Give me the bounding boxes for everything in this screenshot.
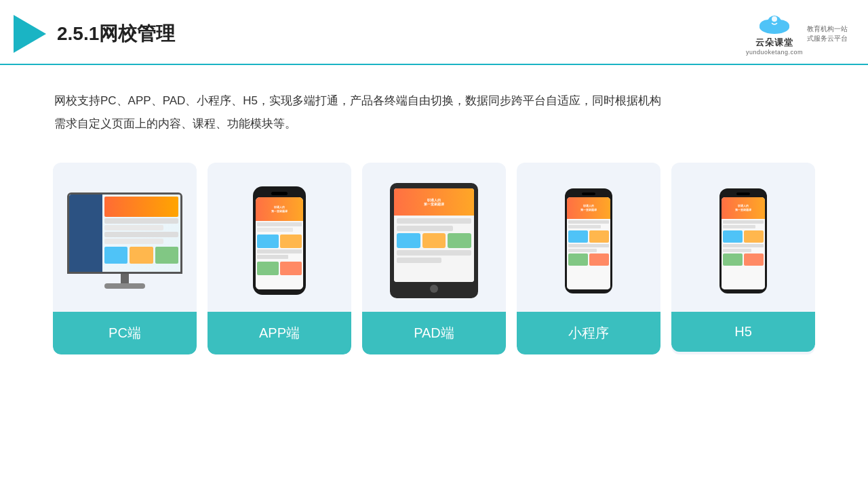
mini-content [567, 219, 610, 289]
h5-row4 [723, 249, 751, 252]
mini-banner: 职通人的第一堂刷题课 [567, 197, 610, 219]
mini-card2 [589, 230, 609, 243]
card-h5-image: 职通人的第一堂刷题课 [671, 163, 815, 312]
card-app: 职通人的第一堂刷题课 [208, 163, 351, 354]
monitor-base [104, 283, 145, 289]
monitor-screen [67, 192, 182, 274]
phone-card3 [257, 262, 279, 275]
card-pc-label: PC端 [53, 312, 197, 354]
card-h5: 职通人的第一堂刷题课 [671, 163, 815, 354]
tablet-screen: 职通人的第一堂刷题课 [394, 188, 474, 282]
h5-card4 [744, 253, 764, 266]
logo-tag2: 式服务云平台 [807, 34, 848, 43]
monitor-row3 [104, 232, 178, 237]
h5-row3 [723, 244, 764, 247]
pad-tablet: 职通人的第一堂刷题课 [390, 183, 478, 298]
card-pad-label: PAD端 [362, 312, 506, 354]
monitor-row1 [104, 218, 178, 224]
card-app-label: APP端 [208, 312, 351, 354]
mini-row3 [568, 244, 609, 247]
card-mini-image: 职通人的第一堂刷题课 [517, 163, 660, 312]
phone-cards2 [257, 262, 302, 275]
mini-banner-text: 职通人的第一堂刷题课 [580, 204, 597, 211]
card-h5-label: H5 [671, 312, 815, 352]
description-line1: 网校支持PC、APP、PAD、小程序、H5，实现多端打通，产品各终端自由切换，数… [54, 89, 814, 113]
tablet-card1 [397, 233, 420, 248]
monitor-banner [104, 197, 178, 217]
h5-screen: 职通人的第一堂刷题课 [722, 197, 765, 289]
monitor-neck [121, 274, 129, 283]
tablet-card2 [422, 233, 446, 248]
pc-monitor [64, 192, 186, 289]
phone-screen: 职通人的第一堂刷题课 [256, 197, 303, 289]
phone-banner-text: 职通人的第一堂刷题课 [271, 205, 288, 212]
mini-card3 [568, 253, 588, 266]
page-title: 2.5.1网校管理 [57, 21, 175, 47]
phone-card2 [280, 235, 302, 248]
tablet-content [394, 216, 474, 282]
monitor-inner [69, 195, 180, 272]
h5-card1 [723, 230, 743, 243]
card-pad: 职通人的第一堂刷题课 [362, 163, 506, 354]
mini-program-phone: 职通人的第一堂刷题课 [565, 188, 612, 293]
monitor-row2 [104, 225, 163, 230]
h5-banner: 职通人的第一堂刷题课 [722, 197, 765, 219]
monitor-content [102, 195, 180, 272]
h5-notch [736, 192, 750, 195]
h5-phone: 职通人的第一堂刷题课 [719, 188, 767, 293]
tablet-banner: 职通人的第一堂刷题课 [394, 188, 474, 216]
logo-sub: yunduoketang.com [746, 49, 803, 56]
tablet-banner-text: 职通人的第一堂刷题课 [424, 198, 444, 207]
logo-tag1: 教育机构一站 [807, 24, 848, 34]
card-app-image: 职通人的第一堂刷题课 [208, 163, 351, 312]
header: 2.5.1网校管理 云朵课堂 yunduoketang.com 教育机构一站 式… [0, 0, 868, 65]
phone-row3 [257, 249, 302, 253]
description-line2: 需求自定义页面上的内容、课程、功能模块等。 [54, 113, 814, 136]
h5-banner-text: 职通人的第一堂刷题课 [735, 204, 751, 211]
card-pc: PC端 [53, 163, 197, 354]
phone-banner: 职通人的第一堂刷题课 [256, 197, 303, 221]
header-left: 2.5.1网校管理 [14, 15, 175, 53]
h5-cards [723, 230, 764, 243]
phone-card4 [280, 262, 302, 275]
tablet-cards [397, 233, 471, 248]
mini-cards [568, 230, 609, 243]
logo-tagline: 教育机构一站 式服务云平台 [807, 24, 848, 43]
app-phone: 职通人的第一堂刷题课 [253, 186, 306, 295]
phone-notch [271, 192, 288, 195]
phone-cards [257, 235, 302, 248]
mini-screen: 职通人的第一堂刷题课 [567, 197, 610, 289]
tablet-card3 [448, 233, 471, 248]
logo-svg [754, 12, 795, 37]
mini-row1 [568, 220, 609, 224]
svg-point-4 [772, 16, 777, 22]
h5-card3 [723, 253, 743, 266]
h5-cards2 [723, 253, 764, 266]
phone-row4 [257, 255, 288, 259]
mini-row2 [568, 225, 601, 228]
phone-content [256, 221, 303, 289]
card-mini-program: 职通人的第一堂刷题课 [517, 163, 660, 354]
cards-container: PC端 职通人的第一堂刷题课 [0, 149, 868, 375]
h5-content [722, 219, 765, 289]
logo-text: 云朵课堂 [755, 37, 793, 49]
h5-card2 [744, 230, 764, 243]
tablet-home-btn [430, 285, 438, 293]
tablet-row3 [397, 250, 471, 256]
tablet-row1 [397, 218, 471, 224]
card-mini-label: 小程序 [517, 312, 660, 354]
tablet-row4 [397, 258, 441, 263]
mini-notch [582, 192, 595, 195]
h5-row1 [723, 220, 764, 224]
card-pc-image [53, 163, 197, 312]
play-icon [14, 15, 46, 53]
mini-cards2 [568, 253, 609, 266]
mini-card4 [589, 253, 609, 266]
tablet-row2 [397, 226, 453, 231]
card-pad-image: 职通人的第一堂刷题课 [362, 163, 506, 312]
h5-row2 [723, 225, 755, 228]
phone-card1 [257, 235, 279, 248]
logo-cloud: 云朵课堂 yunduoketang.com [746, 12, 803, 56]
logo-area: 云朵课堂 yunduoketang.com 教育机构一站 式服务云平台 [746, 12, 848, 56]
monitor-sidebar [69, 195, 102, 272]
